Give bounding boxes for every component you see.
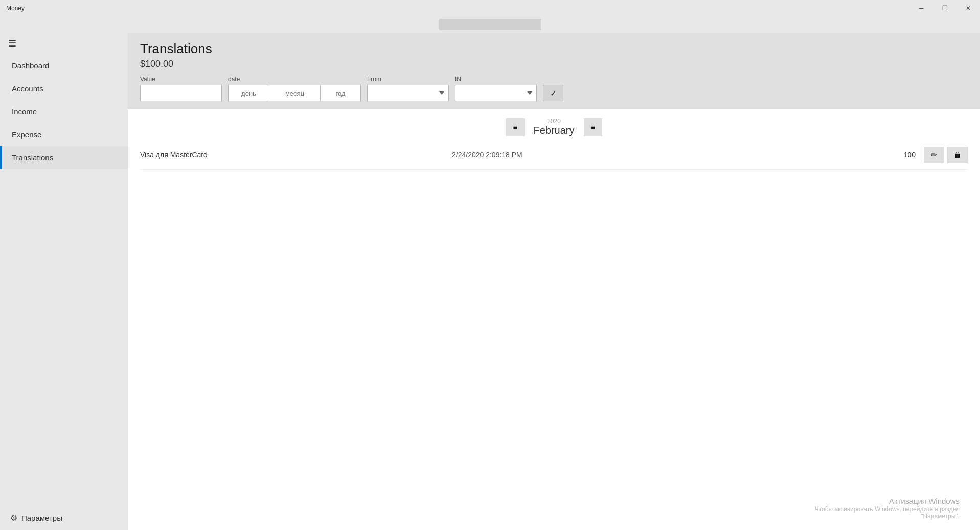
menu-icon[interactable]: ☰	[0, 33, 128, 54]
window-controls: ─ ❐ ✕	[909, 0, 980, 16]
confirm-button[interactable]: ✓	[543, 85, 563, 101]
date-group: date	[228, 76, 361, 101]
search-bar-area	[0, 16, 980, 33]
header-form: Translations $100.00 Value date From	[128, 33, 980, 109]
delete-button[interactable]: 🗑	[947, 147, 968, 163]
table-row: Visa для MasterCard 2/24/2020 2:09:18 PM…	[140, 141, 968, 170]
from-select[interactable]	[367, 85, 449, 101]
in-group: IN	[455, 76, 537, 101]
sidebar-item-expense[interactable]: Expense	[0, 123, 128, 146]
page-subtitle: $100.00	[140, 59, 968, 70]
transaction-list: Visa для MasterCard 2/24/2020 2:09:18 PM…	[128, 141, 980, 170]
sidebar-item-translations[interactable]: Translations	[0, 146, 128, 169]
titlebar: Money ─ ❐ ✕	[0, 0, 980, 16]
edit-icon: ✏	[931, 151, 937, 159]
close-button[interactable]: ✕	[956, 0, 980, 16]
sidebar-item-income[interactable]: Income	[0, 100, 128, 123]
main-content: Translations $100.00 Value date From	[128, 33, 980, 530]
next-month-button[interactable]: ≡	[584, 118, 602, 136]
from-group: From	[367, 76, 449, 101]
minimize-button[interactable]: ─	[909, 0, 933, 16]
next-icon: ≡	[590, 123, 595, 131]
month-display: 2020 February	[529, 118, 580, 136]
year-label: 2020	[529, 118, 580, 125]
content-area: ≡ 2020 February ≡ Visa для MasterCard 2/…	[128, 109, 980, 530]
restore-button[interactable]: ❐	[933, 0, 956, 16]
transaction-date: 2/24/2020 2:09:18 PM	[452, 151, 756, 159]
sidebar-item-dashboard[interactable]: Dashboard	[0, 54, 128, 77]
in-select[interactable]	[455, 85, 537, 101]
search-bar	[439, 19, 541, 30]
value-input[interactable]	[140, 85, 222, 101]
year-input[interactable]	[320, 85, 361, 101]
month-label: February	[529, 125, 580, 136]
sidebar-nav: Dashboard Accounts Income Expense Transl…	[0, 54, 128, 506]
delete-icon: 🗑	[954, 151, 961, 159]
confirm-icon: ✓	[550, 88, 557, 98]
settings-icon: ⚙	[10, 513, 17, 523]
app-body: ☰ Dashboard Accounts Income Expense Tran…	[0, 33, 980, 530]
month-input[interactable]	[269, 85, 320, 101]
date-inputs	[228, 85, 361, 101]
from-label: From	[367, 76, 449, 83]
month-navigation: ≡ 2020 February ≡	[128, 109, 980, 141]
date-label: date	[228, 76, 361, 83]
transaction-amount: 100	[764, 151, 916, 159]
value-label: Value	[140, 76, 222, 83]
prev-icon: ≡	[513, 123, 517, 131]
page-title: Translations	[140, 41, 968, 57]
settings-button[interactable]: ⚙ Параметры	[0, 506, 128, 530]
sidebar: ☰ Dashboard Accounts Income Expense Tran…	[0, 33, 128, 530]
transaction-actions: ✏ 🗑	[924, 147, 968, 163]
transaction-name: Visa для MasterCard	[140, 151, 444, 159]
app-title: Money	[6, 5, 25, 12]
edit-button[interactable]: ✏	[924, 147, 944, 163]
in-label: IN	[455, 76, 537, 83]
value-group: Value	[140, 76, 222, 101]
day-input[interactable]	[228, 85, 269, 101]
settings-label: Параметры	[21, 514, 62, 522]
prev-month-button[interactable]: ≡	[506, 118, 525, 136]
form-row: Value date From	[140, 76, 968, 101]
sidebar-item-accounts[interactable]: Accounts	[0, 77, 128, 100]
